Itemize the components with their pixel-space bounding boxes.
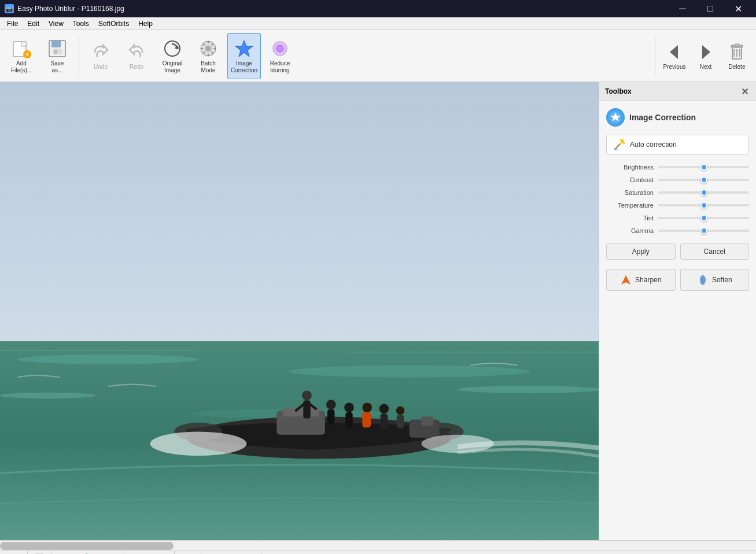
- svg-marker-54: [610, 112, 621, 121]
- gamma-slider[interactable]: [658, 230, 749, 232]
- horizontal-scrollbar[interactable]: [0, 540, 756, 551]
- svg-line-60: [616, 145, 619, 148]
- original-image-button[interactable]: OriginalImage: [156, 33, 189, 79]
- apply-cancel-row: Apply Cancel: [606, 243, 749, 260]
- menu-tools[interactable]: Tools: [68, 19, 94, 29]
- svg-point-46: [362, 402, 372, 412]
- dimensions-section: (1968x1269x24): [201, 551, 262, 554]
- soften-icon: [697, 274, 709, 286]
- redo-label: Redo: [130, 64, 143, 71]
- close-button[interactable]: ✕: [725, 0, 751, 17]
- window-controls: ─ □ ✕: [669, 0, 751, 17]
- svg-point-26: [0, 393, 96, 398]
- contrast-slider[interactable]: [658, 179, 749, 181]
- tint-slider[interactable]: [658, 217, 749, 219]
- svg-rect-37: [283, 408, 319, 417]
- sharpen-button[interactable]: Sharpen: [606, 269, 676, 291]
- zoom-section: 1:1: [5, 551, 28, 554]
- svg-rect-6: [54, 50, 57, 54]
- toolbox-header: Toolbox ✕: [599, 82, 756, 101]
- zoom-slider-section[interactable]: − +: [51, 551, 124, 554]
- window-title: Easy Photo Unblur - P1160168.jpg: [17, 5, 124, 13]
- saturation-slider[interactable]: [658, 191, 749, 194]
- toolbox-panel: Toolbox ✕ Image Correction: [599, 82, 756, 540]
- save-as-icon: [47, 38, 68, 59]
- menu-bar: File Edit View Tools SoftOrbits Help: [0, 17, 756, 30]
- svg-rect-45: [345, 412, 353, 427]
- svg-marker-15: [702, 45, 710, 59]
- format-section: JPG: [175, 551, 201, 554]
- sharpen-soften-row: Sharpen Soften: [606, 269, 749, 291]
- delete-button[interactable]: Delete: [722, 33, 751, 79]
- batch-mode-button[interactable]: BatchMode: [191, 33, 225, 79]
- undo-button[interactable]: Undo: [84, 33, 117, 79]
- menu-help[interactable]: Help: [134, 19, 157, 29]
- save-as-button[interactable]: Saveas...: [40, 33, 74, 79]
- svg-point-50: [396, 407, 405, 415]
- saturation-row: Saturation: [606, 189, 749, 196]
- svg-point-13: [276, 45, 283, 52]
- toolbox-title: Toolbox: [605, 87, 632, 95]
- delete-icon: [727, 42, 747, 62]
- cancel-button[interactable]: Cancel: [680, 243, 750, 260]
- main-content: Toolbox ✕ Image Correction: [0, 82, 756, 540]
- svg-point-52: [150, 431, 247, 456]
- temperature-slider[interactable]: [658, 204, 749, 206]
- separator-2: [655, 36, 655, 76]
- delete-label: Delete: [729, 64, 746, 70]
- svg-rect-4: [51, 40, 61, 47]
- brightness-label: Brightness: [606, 164, 658, 171]
- save-as-label: Saveas...: [51, 60, 64, 74]
- reduce-blurring-label: Reduceblurring: [270, 60, 290, 74]
- next-button[interactable]: Next: [691, 33, 720, 79]
- auto-correction-label: Auto correction: [630, 141, 677, 149]
- app-icon: 📷: [5, 4, 14, 13]
- tint-row: Tint: [606, 215, 749, 221]
- maximize-button[interactable]: □: [697, 0, 724, 17]
- image-correction-button[interactable]: ImageCorrection: [227, 33, 261, 79]
- svg-rect-49: [381, 413, 388, 429]
- batch-mode-icon: [198, 38, 219, 59]
- svg-rect-18: [735, 44, 739, 46]
- title-bar: 📷 Easy Photo Unblur - P1160168.jpg ─ □ ✕: [0, 0, 756, 17]
- soften-button[interactable]: Soften: [680, 269, 750, 291]
- auto-correction-button[interactable]: Auto correction: [606, 135, 749, 154]
- minimize-button[interactable]: ─: [669, 0, 696, 17]
- status-bar: 1:1 − + Time (s): 0.0 JPG (1968x1269x24)…: [0, 551, 756, 554]
- menu-edit[interactable]: Edit: [23, 19, 44, 29]
- previous-button[interactable]: Previous: [660, 33, 689, 79]
- add-file-button[interactable]: + AddFile(s)...: [5, 33, 38, 79]
- reduce-blurring-button[interactable]: Reduceblurring: [263, 33, 297, 79]
- toolbox-section-title-row: Image Correction: [606, 108, 749, 127]
- sharpen-icon: [620, 274, 632, 286]
- svg-marker-14: [670, 45, 678, 59]
- toolbox-body: Image Correction: [599, 101, 756, 540]
- brightness-slider[interactable]: [658, 166, 749, 168]
- svg-point-64: [700, 279, 705, 285]
- svg-point-25: [289, 365, 530, 378]
- redo-button[interactable]: Redo: [120, 33, 153, 79]
- toolbox-section-title: Image Correction: [629, 113, 696, 122]
- toolbar: + AddFile(s)... Saveas... Undo: [0, 30, 756, 82]
- previous-label: Previous: [663, 64, 686, 70]
- svg-point-27: [458, 386, 599, 393]
- image-area[interactable]: [0, 82, 599, 540]
- svg-point-38: [302, 391, 312, 401]
- scroll-thumb[interactable]: [0, 542, 174, 550]
- next-icon: [695, 42, 716, 62]
- menu-file[interactable]: File: [2, 19, 23, 29]
- undo-label: Undo: [94, 64, 108, 71]
- menu-softorbits[interactable]: SoftOrbits: [94, 19, 134, 29]
- svg-rect-35: [422, 416, 434, 426]
- toolbox-close-button[interactable]: ✕: [739, 86, 750, 97]
- menu-view[interactable]: View: [44, 19, 68, 29]
- main-image: [0, 82, 599, 540]
- svg-marker-62: [621, 275, 630, 285]
- svg-point-44: [344, 402, 354, 412]
- apply-button[interactable]: Apply: [606, 243, 676, 260]
- image-correction-toolbox-icon: [606, 108, 625, 127]
- svg-rect-47: [362, 412, 371, 427]
- tint-label: Tint: [606, 215, 658, 221]
- svg-point-24: [17, 354, 198, 364]
- soften-label: Soften: [712, 276, 732, 284]
